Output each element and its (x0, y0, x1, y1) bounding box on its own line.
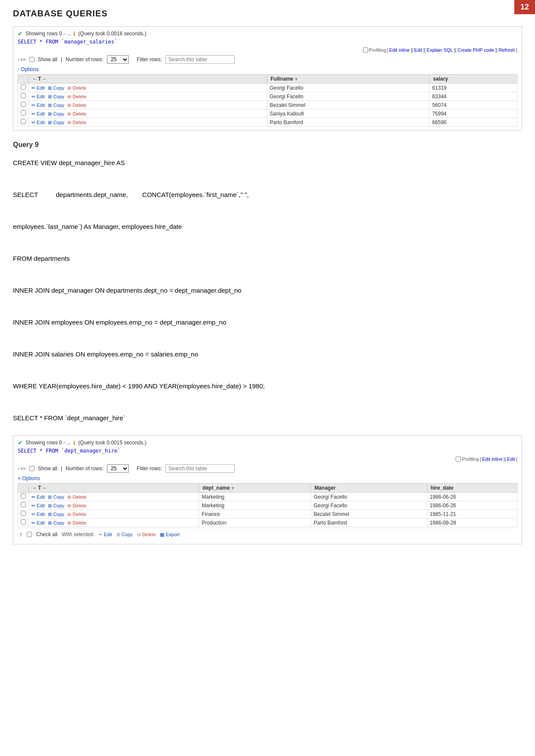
profiling-checkbox-1[interactable] (363, 47, 368, 53)
row-checkbox[interactable] (18, 101, 29, 109)
cell-salary: 61319 (429, 84, 517, 92)
delete-icon-row: ⊖ (67, 512, 71, 517)
delete-link-row[interactable]: ⊖ Delete (67, 120, 86, 125)
copy-link-row[interactable]: ⊞ Copy (48, 520, 64, 525)
delete-link-row[interactable]: ⊖ Delete (67, 512, 86, 517)
row-checkbox[interactable] (18, 118, 29, 127)
search-input-2[interactable] (166, 464, 235, 473)
create-php-link-1[interactable]: Create PHP code (457, 47, 494, 53)
delete-link-row[interactable]: ⊖ Delete (67, 94, 86, 99)
arrow-double-right-1[interactable]: >> (20, 57, 26, 62)
sql-text-2: SELECT * FROM `dept_manager_hire` (18, 448, 120, 454)
edit-link-row[interactable]: ✏ Edit (31, 94, 45, 99)
delete-link-row[interactable]: ⊖ Delete (67, 503, 86, 508)
row-checkbox[interactable] (18, 84, 29, 92)
copy-link-row[interactable]: ⊞ Copy (48, 94, 64, 99)
refresh-link-1[interactable]: Refresh (498, 47, 515, 53)
result-panel-2: ✔ Showing rows 0 - ... ℹ (Query took 0.0… (13, 435, 522, 544)
edit-link-row[interactable]: ✏ Edit (31, 512, 45, 517)
rows-per-page-select-2[interactable]: 25 50 100 (107, 464, 129, 473)
cell-salary: 75994 (429, 109, 517, 118)
nav-arrows-1: › >> (18, 57, 26, 62)
sep1: ][ (410, 47, 413, 53)
edit-inline-link-1[interactable]: Edit inline (389, 47, 410, 53)
controls-row-2: › >> Show all | Number of rows: 25 50 10… (18, 464, 517, 473)
edit-link-row[interactable]: ✏ Edit (31, 103, 45, 108)
copy-link-row[interactable]: ⊞ Copy (48, 85, 64, 91)
query-line-8: INNER JOIN dept_manager ON departments.d… (13, 283, 522, 297)
copy-link-row[interactable]: ⊞ Copy (48, 103, 64, 108)
cell-manager: Parto Bamford (311, 519, 427, 527)
edit-link-2[interactable]: Edit (507, 456, 515, 462)
th-hire-date-2[interactable]: hire_date (427, 484, 517, 493)
profiling-label-2: Profiling (462, 456, 479, 462)
arrow-right-2[interactable]: › (18, 466, 19, 471)
show-all-label-2: Show all (38, 465, 57, 472)
row-checkbox[interactable] (18, 109, 29, 118)
query-9-title: Query 9 (13, 141, 522, 149)
delete-icon-row: ⊖ (67, 520, 71, 525)
edit-link-row[interactable]: ✏ Edit (31, 85, 45, 91)
row-checkbox[interactable] (18, 493, 29, 501)
bracket-open-1: [ (387, 47, 388, 53)
row-checkbox[interactable] (18, 510, 29, 519)
edit-link-row[interactable]: ✏ Edit (31, 520, 45, 525)
edit-link-row[interactable]: ✏ Edit (31, 111, 45, 116)
search-input-1[interactable] (166, 55, 235, 64)
delete-link-row[interactable]: ⊖ Delete (67, 85, 86, 91)
row-checkbox[interactable] (18, 92, 29, 101)
edit-link-row[interactable]: ✏ Edit (31, 503, 45, 508)
th-manager-2[interactable]: Manager (311, 484, 427, 493)
footer-edit-link[interactable]: ✏ Edit (99, 532, 112, 537)
cell-hire-date: 1985-11-21 (427, 510, 517, 519)
copy-link-row[interactable]: ⊞ Copy (48, 503, 64, 508)
query-line-9 (13, 299, 522, 313)
copy-link-row[interactable]: ⊞ Copy (48, 512, 64, 517)
cell-fullname: Parto Bamford (267, 118, 429, 127)
query-line-16: SELECT * FROM `dept_manager_hire` (13, 411, 522, 425)
row-actions: ✏ Edit ⊞ Copy ⊖ Delete (29, 510, 199, 519)
footer-export-link[interactable]: ▦ Export (160, 532, 179, 537)
delete-link-row[interactable]: ⊖ Delete (67, 520, 86, 525)
delete-link-row[interactable]: ⊖ Delete (67, 103, 86, 108)
footer-copy-text: Copy (122, 532, 133, 537)
table-row: ✏ Edit ⊞ Copy ⊖ Delete Georgi Facello 61… (18, 84, 517, 92)
show-all-checkbox-2[interactable] (29, 466, 34, 471)
row-checkbox[interactable] (18, 519, 29, 527)
row-checkbox[interactable] (18, 501, 29, 510)
profiling-label-1: Profiling (369, 47, 386, 53)
edit-link-row[interactable]: ✏ Edit (31, 494, 45, 500)
sep5: ] (516, 47, 517, 53)
options-row-2[interactable]: + Options (18, 475, 517, 481)
check-all-checkbox[interactable] (27, 532, 32, 537)
edit-inline-link-2[interactable]: Edit inline (482, 456, 503, 462)
copy-link-row[interactable]: ⊞ Copy (48, 111, 64, 116)
cell-hire-date: 1986-08-28 (427, 519, 517, 527)
row-actions: ✏ Edit ⊞ Copy ⊖ Delete (29, 493, 199, 501)
copy-link-row[interactable]: ⊞ Copy (48, 494, 64, 500)
footer-delete-link[interactable]: ⊖ Delete (137, 532, 156, 537)
pencil-icon-row: ✏ (31, 503, 35, 508)
delete-link-row[interactable]: ⊖ Delete (67, 494, 86, 500)
profiling-checkbox-2[interactable] (456, 456, 461, 462)
show-all-checkbox-1[interactable] (29, 57, 34, 62)
delete-link-row[interactable]: ⊖ Delete (67, 111, 86, 116)
delete-icon-row: ⊖ (67, 503, 71, 508)
copy-link-row[interactable]: ⊞ Copy (48, 120, 64, 125)
th-dept-name-2[interactable]: dept_name ▼ (199, 484, 311, 493)
edit-link-row[interactable]: ✏ Edit (31, 120, 45, 125)
cell-hire-date: 1986-06-26 (427, 501, 517, 510)
th-fullname-1[interactable]: Fullname ▼ (267, 75, 429, 84)
arrow-double-right-2[interactable]: >> (20, 466, 26, 471)
pencil-icon-row: ✏ (31, 520, 35, 525)
explain-sql-link-1[interactable]: Explain SQL (427, 47, 453, 53)
edit-link-1[interactable]: Edit (414, 47, 422, 53)
footer-export-text: Export (166, 532, 179, 537)
rows-per-page-select-1[interactable]: 25 50 100 (107, 55, 129, 64)
query-line-12: INNER JOIN salaries ON employees.emp_no … (13, 347, 522, 361)
footer-copy-link[interactable]: ⊞ Copy (116, 532, 133, 537)
options-row-1[interactable]: - Options (18, 66, 517, 72)
th-salary-1[interactable]: salary (429, 75, 517, 84)
table-row: ✏ Edit ⊞ Copy ⊖ Delete Production Parto … (18, 519, 517, 527)
arrow-right-1[interactable]: › (18, 57, 19, 62)
